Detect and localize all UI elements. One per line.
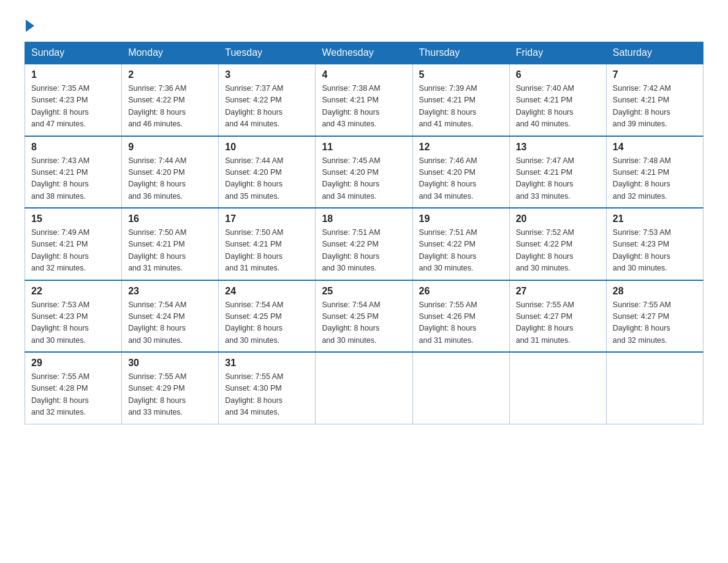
calendar-cell: 20Sunrise: 7:52 AMSunset: 4:22 PMDayligh… bbox=[509, 208, 606, 280]
day-info: Sunrise: 7:55 AMSunset: 4:27 PMDaylight:… bbox=[613, 299, 697, 347]
day-info: Sunrise: 7:44 AMSunset: 4:20 PMDaylight:… bbox=[128, 155, 212, 203]
calendar-cell: 5Sunrise: 7:39 AMSunset: 4:21 PMDaylight… bbox=[412, 64, 509, 136]
calendar-cell: 15Sunrise: 7:49 AMSunset: 4:21 PMDayligh… bbox=[25, 208, 122, 280]
day-info: Sunrise: 7:54 AMSunset: 4:24 PMDaylight:… bbox=[128, 299, 212, 347]
day-info: Sunrise: 7:36 AMSunset: 4:22 PMDaylight:… bbox=[128, 83, 212, 131]
day-info: Sunrise: 7:52 AMSunset: 4:22 PMDaylight:… bbox=[516, 227, 600, 275]
day-number: 24 bbox=[225, 286, 309, 297]
day-number: 15 bbox=[31, 213, 115, 224]
logo bbox=[25, 18, 34, 29]
day-info: Sunrise: 7:54 AMSunset: 4:25 PMDaylight:… bbox=[322, 299, 406, 347]
day-info: Sunrise: 7:38 AMSunset: 4:21 PMDaylight:… bbox=[322, 83, 406, 131]
day-info: Sunrise: 7:49 AMSunset: 4:21 PMDaylight:… bbox=[31, 227, 115, 275]
calendar-cell bbox=[412, 352, 509, 424]
calendar-cell: 3Sunrise: 7:37 AMSunset: 4:22 PMDaylight… bbox=[219, 64, 316, 136]
calendar-cell: 1Sunrise: 7:35 AMSunset: 4:23 PMDaylight… bbox=[25, 64, 122, 136]
col-header-friday: Friday bbox=[509, 42, 606, 64]
day-number: 5 bbox=[419, 69, 503, 80]
day-number: 8 bbox=[31, 142, 115, 153]
day-info: Sunrise: 7:35 AMSunset: 4:23 PMDaylight:… bbox=[31, 83, 115, 131]
day-info: Sunrise: 7:37 AMSunset: 4:22 PMDaylight:… bbox=[225, 83, 309, 131]
col-header-thursday: Thursday bbox=[412, 42, 509, 64]
calendar-cell: 8Sunrise: 7:43 AMSunset: 4:21 PMDaylight… bbox=[25, 136, 122, 209]
calendar-header-row: SundayMondayTuesdayWednesdayThursdayFrid… bbox=[25, 42, 703, 64]
day-info: Sunrise: 7:48 AMSunset: 4:21 PMDaylight:… bbox=[613, 155, 697, 203]
col-header-wednesday: Wednesday bbox=[316, 42, 412, 64]
day-number: 17 bbox=[225, 213, 309, 224]
calendar-cell: 13Sunrise: 7:47 AMSunset: 4:21 PMDayligh… bbox=[509, 136, 606, 209]
calendar-cell: 2Sunrise: 7:36 AMSunset: 4:22 PMDaylight… bbox=[122, 64, 219, 136]
day-info: Sunrise: 7:46 AMSunset: 4:20 PMDaylight:… bbox=[419, 155, 503, 203]
col-header-tuesday: Tuesday bbox=[219, 42, 316, 64]
calendar-cell: 11Sunrise: 7:45 AMSunset: 4:20 PMDayligh… bbox=[316, 136, 412, 209]
day-number: 27 bbox=[516, 286, 600, 297]
day-number: 11 bbox=[322, 142, 406, 153]
day-number: 30 bbox=[128, 358, 212, 369]
day-info: Sunrise: 7:40 AMSunset: 4:21 PMDaylight:… bbox=[516, 83, 600, 131]
day-info: Sunrise: 7:55 AMSunset: 4:26 PMDaylight:… bbox=[419, 299, 503, 347]
calendar-cell: 18Sunrise: 7:51 AMSunset: 4:22 PMDayligh… bbox=[316, 208, 412, 280]
day-number: 19 bbox=[419, 213, 503, 224]
calendar-cell: 14Sunrise: 7:48 AMSunset: 4:21 PMDayligh… bbox=[606, 136, 703, 209]
day-info: Sunrise: 7:55 AMSunset: 4:30 PMDaylight:… bbox=[225, 371, 309, 419]
day-number: 6 bbox=[516, 69, 600, 80]
day-number: 16 bbox=[128, 213, 212, 224]
calendar-cell: 29Sunrise: 7:55 AMSunset: 4:28 PMDayligh… bbox=[25, 352, 122, 424]
day-info: Sunrise: 7:55 AMSunset: 4:28 PMDaylight:… bbox=[31, 371, 115, 419]
day-number: 7 bbox=[613, 69, 697, 80]
day-number: 26 bbox=[419, 286, 503, 297]
col-header-sunday: Sunday bbox=[25, 42, 122, 64]
col-header-monday: Monday bbox=[122, 42, 219, 64]
calendar-cell: 21Sunrise: 7:53 AMSunset: 4:23 PMDayligh… bbox=[606, 208, 703, 280]
day-info: Sunrise: 7:50 AMSunset: 4:21 PMDaylight:… bbox=[225, 227, 309, 275]
day-number: 31 bbox=[225, 358, 309, 369]
calendar-cell: 19Sunrise: 7:51 AMSunset: 4:22 PMDayligh… bbox=[412, 208, 509, 280]
week-row-5: 29Sunrise: 7:55 AMSunset: 4:28 PMDayligh… bbox=[25, 352, 703, 424]
calendar-cell: 6Sunrise: 7:40 AMSunset: 4:21 PMDaylight… bbox=[509, 64, 606, 136]
day-number: 25 bbox=[322, 286, 406, 297]
calendar-cell bbox=[509, 352, 606, 424]
day-info: Sunrise: 7:45 AMSunset: 4:20 PMDaylight:… bbox=[322, 155, 406, 203]
day-number: 14 bbox=[613, 142, 697, 153]
week-row-3: 15Sunrise: 7:49 AMSunset: 4:21 PMDayligh… bbox=[25, 208, 703, 280]
day-number: 12 bbox=[419, 142, 503, 153]
day-info: Sunrise: 7:43 AMSunset: 4:21 PMDaylight:… bbox=[31, 155, 115, 203]
day-info: Sunrise: 7:44 AMSunset: 4:20 PMDaylight:… bbox=[225, 155, 309, 203]
week-row-1: 1Sunrise: 7:35 AMSunset: 4:23 PMDaylight… bbox=[25, 64, 703, 136]
calendar-cell: 31Sunrise: 7:55 AMSunset: 4:30 PMDayligh… bbox=[219, 352, 316, 424]
col-header-saturday: Saturday bbox=[606, 42, 703, 64]
day-info: Sunrise: 7:55 AMSunset: 4:27 PMDaylight:… bbox=[516, 299, 600, 347]
calendar-cell: 24Sunrise: 7:54 AMSunset: 4:25 PMDayligh… bbox=[219, 280, 316, 353]
calendar-table: SundayMondayTuesdayWednesdayThursdayFrid… bbox=[25, 42, 703, 424]
day-info: Sunrise: 7:51 AMSunset: 4:22 PMDaylight:… bbox=[322, 227, 406, 275]
calendar-cell: 30Sunrise: 7:55 AMSunset: 4:29 PMDayligh… bbox=[122, 352, 219, 424]
calendar-cell: 9Sunrise: 7:44 AMSunset: 4:20 PMDaylight… bbox=[122, 136, 219, 209]
calendar-cell bbox=[316, 352, 412, 424]
day-number: 2 bbox=[128, 69, 212, 80]
calendar-cell bbox=[606, 352, 703, 424]
day-info: Sunrise: 7:39 AMSunset: 4:21 PMDaylight:… bbox=[419, 83, 503, 131]
day-info: Sunrise: 7:51 AMSunset: 4:22 PMDaylight:… bbox=[419, 227, 503, 275]
calendar-cell: 22Sunrise: 7:53 AMSunset: 4:23 PMDayligh… bbox=[25, 280, 122, 353]
day-number: 18 bbox=[322, 213, 406, 224]
day-number: 21 bbox=[613, 213, 697, 224]
week-row-2: 8Sunrise: 7:43 AMSunset: 4:21 PMDaylight… bbox=[25, 136, 703, 209]
day-info: Sunrise: 7:54 AMSunset: 4:25 PMDaylight:… bbox=[225, 299, 309, 347]
day-info: Sunrise: 7:47 AMSunset: 4:21 PMDaylight:… bbox=[516, 155, 600, 203]
calendar-cell: 16Sunrise: 7:50 AMSunset: 4:21 PMDayligh… bbox=[122, 208, 219, 280]
day-info: Sunrise: 7:42 AMSunset: 4:21 PMDaylight:… bbox=[613, 83, 697, 131]
day-number: 9 bbox=[128, 142, 212, 153]
day-number: 4 bbox=[322, 69, 406, 80]
day-info: Sunrise: 7:55 AMSunset: 4:29 PMDaylight:… bbox=[128, 371, 212, 419]
calendar-cell: 7Sunrise: 7:42 AMSunset: 4:21 PMDaylight… bbox=[606, 64, 703, 136]
logo-triangle-icon bbox=[26, 20, 34, 32]
calendar-cell: 17Sunrise: 7:50 AMSunset: 4:21 PMDayligh… bbox=[219, 208, 316, 280]
day-number: 20 bbox=[516, 213, 600, 224]
day-info: Sunrise: 7:50 AMSunset: 4:21 PMDaylight:… bbox=[128, 227, 212, 275]
calendar-cell: 25Sunrise: 7:54 AMSunset: 4:25 PMDayligh… bbox=[316, 280, 412, 353]
calendar-cell: 23Sunrise: 7:54 AMSunset: 4:24 PMDayligh… bbox=[122, 280, 219, 353]
calendar-cell: 26Sunrise: 7:55 AMSunset: 4:26 PMDayligh… bbox=[412, 280, 509, 353]
day-info: Sunrise: 7:53 AMSunset: 4:23 PMDaylight:… bbox=[31, 299, 115, 347]
day-info: Sunrise: 7:53 AMSunset: 4:23 PMDaylight:… bbox=[613, 227, 697, 275]
calendar-cell: 4Sunrise: 7:38 AMSunset: 4:21 PMDaylight… bbox=[316, 64, 412, 136]
